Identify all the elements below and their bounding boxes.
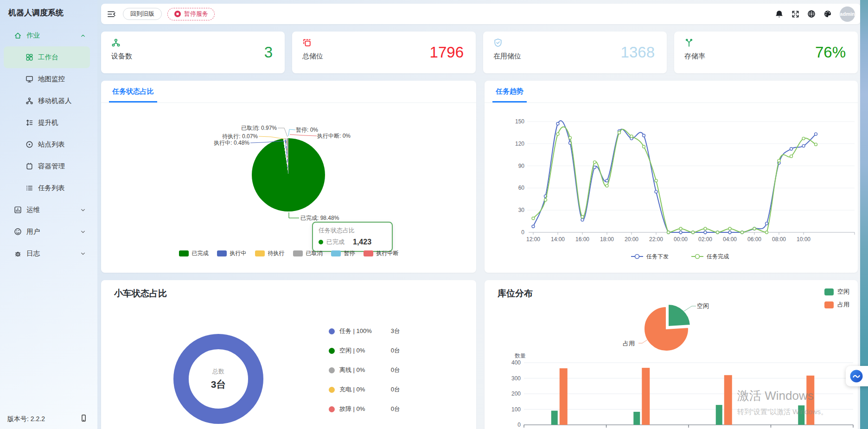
legend-item-1[interactable]: 执行中 <box>217 250 247 257</box>
legend-count: 0台 <box>391 346 400 355</box>
tab-task-trend[interactable]: 任务趋势 <box>492 87 527 102</box>
legend-label: 执行中 <box>230 250 247 257</box>
svg-text:100: 100 <box>511 406 521 413</box>
sidebar-item-label: 移动机器人 <box>38 96 72 105</box>
version-label: 版本号: 2.2.2 <box>7 415 45 423</box>
cart-legend-item-3[interactable]: 充电 | 0%0台 <box>329 386 400 393</box>
sidebar-item-log[interactable]: 日志 <box>0 243 97 264</box>
app-root: 机器人调度系统 作业工作台地图监控移动机器人提升机站点列表容器管理任务列表运维用… <box>0 0 868 429</box>
svg-text:60: 60 <box>518 185 525 191</box>
sidebar-item-map-monitor[interactable]: 地图监控 <box>0 68 97 90</box>
fullscreen-icon[interactable] <box>791 10 799 18</box>
stat-card-used-slots: 在用储位1368 <box>483 32 667 73</box>
task-status-pie[interactable] <box>252 138 325 211</box>
lift-icon <box>26 119 33 127</box>
version-bar: 版本号: 2.2.2 <box>7 415 91 423</box>
svg-text:数量: 数量 <box>515 352 526 359</box>
brand-logo-icon <box>849 369 863 383</box>
chart-tooltip: 任务状态占比 已完成 1,423 <box>312 222 393 252</box>
sidebar-item-label: 运维 <box>26 205 40 214</box>
task-status-card: 任务状态占比 已取消: 0.97% 暂停: 0% 待执行: 0.07% 执行中断… <box>101 81 476 273</box>
floating-assistant-button[interactable] <box>846 366 868 386</box>
sidebar-item-container-manage[interactable]: 容器管理 <box>0 155 97 177</box>
svg-text:20:00: 20:00 <box>625 236 638 243</box>
legend-item-5[interactable]: 执行中断 <box>364 250 399 257</box>
theme-palette-icon[interactable] <box>823 10 832 18</box>
svg-text:14:00: 14:00 <box>551 236 565 243</box>
collapse-menu-icon[interactable] <box>107 10 115 19</box>
stat-label: 设备数 <box>111 52 132 61</box>
task-trend-tabs: 任务趋势 <box>485 81 858 103</box>
legend-item-4[interactable]: 暂停 <box>331 250 355 257</box>
task-status-tabs: 任务状态占比 <box>101 81 476 103</box>
tooltip-series-value: 1,423 <box>353 238 371 246</box>
sidebar-item-station-list[interactable]: 站点列表 <box>0 134 97 155</box>
stat-label: 总储位 <box>302 52 323 61</box>
task-trend-card: 任务趋势 030609012015012:0014:0016:0018:0020… <box>485 81 858 273</box>
monitor-icon <box>26 75 33 83</box>
sidebar-item-ops[interactable]: 运维 <box>0 199 97 221</box>
stat-value: 1796 <box>430 44 464 61</box>
legend-label: 暂停 <box>344 250 355 257</box>
pie-label-completed: 已完成: 98.48% <box>300 215 339 221</box>
back-to-old-button[interactable]: 回到旧版 <box>123 8 162 20</box>
legend-item-0[interactable]: 已完成 <box>179 250 209 257</box>
sidebar-item-label: 站点列表 <box>38 140 65 149</box>
svg-text:10:00: 10:00 <box>797 236 811 243</box>
legend-item-2[interactable]: 待执行 <box>255 250 285 257</box>
tab-task-status[interactable]: 任务状态占比 <box>109 87 157 102</box>
svg-text:06:00: 06:00 <box>747 236 761 243</box>
pie-label-running: 执行中: 0.48% <box>214 140 249 146</box>
legend-label: 故障 | 0% <box>339 405 365 413</box>
log-icon <box>14 250 22 257</box>
notification-bell-icon[interactable] <box>775 10 784 19</box>
legend-dot <box>329 406 335 412</box>
legend-count: 0台 <box>391 385 400 394</box>
legend-count: 0台 <box>391 405 400 413</box>
svg-text:00:00: 00:00 <box>674 236 688 243</box>
cart-legend-item-1[interactable]: 空闲 | 0%0台 <box>329 347 400 354</box>
legend-item-3[interactable]: 已取消 <box>293 250 323 257</box>
legend-count: 3台 <box>391 327 400 335</box>
cart-status-title: 小车状态占比 <box>101 280 476 300</box>
sidebar-item-mobile-robot[interactable]: 移动机器人 <box>0 90 97 112</box>
cart-legend-item-2[interactable]: 离线 | 0%0台 <box>329 367 400 373</box>
mobile-phone-icon[interactable] <box>80 414 88 423</box>
sidebar-item-label: 工作台 <box>38 53 58 62</box>
stat-card-device-count: 设备数3 <box>101 32 285 73</box>
cart-status-legend: 任务 | 100%3台空闲 | 0%0台离线 | 0%0台充电 | 0%0台故障… <box>329 328 400 425</box>
sidebar-item-workbench[interactable]: 工作台 <box>4 46 90 68</box>
tooltip-series-name: 已完成 <box>326 238 345 246</box>
legend-label: 任务 | 100% <box>339 327 372 335</box>
stat-card-storage-rate: 存储率76% <box>674 32 858 73</box>
pause-service-button[interactable]: 暂停服务 <box>167 8 215 20</box>
legend-dot <box>329 387 335 393</box>
sidebar-item-jobs[interactable]: 作业 <box>0 25 97 46</box>
language-globe-icon[interactable] <box>807 10 816 18</box>
svg-text:04:00: 04:00 <box>723 236 737 243</box>
cart-status-donut[interactable] <box>173 334 263 424</box>
sidebar-item-label: 用户 <box>26 227 40 236</box>
svg-text:任务下发: 任务下发 <box>646 253 669 260</box>
svg-text:0: 0 <box>521 229 524 236</box>
mini-pie-label-free: 空闲 <box>697 302 709 310</box>
legend-swatch <box>331 250 341 256</box>
svg-text:任务完成: 任务完成 <box>706 253 729 260</box>
svg-text:150: 150 <box>515 118 524 125</box>
svg-text:90: 90 <box>518 163 525 169</box>
sidebar-item-lifter[interactable]: 提升机 <box>0 112 97 134</box>
tooltip-title: 任务状态占比 <box>319 226 386 235</box>
task-trend-chart[interactable]: 030609012015012:0014:0016:0018:0020:0022… <box>485 108 858 271</box>
avatar[interactable]: admin <box>840 6 855 22</box>
stat-label: 在用储位 <box>493 52 521 61</box>
legend-swatch <box>179 250 189 256</box>
slot-distribution-chart[interactable]: 0100200300400数量 <box>485 280 858 429</box>
cart-legend-item-4[interactable]: 故障 | 0%0台 <box>329 406 400 412</box>
sidebar-menu: 作业工作台地图监控移动机器人提升机站点列表容器管理任务列表运维用户日志 <box>0 25 97 264</box>
sidebar-item-user[interactable]: 用户 <box>0 221 97 243</box>
pie-label-interrupted: 执行中断: 0% <box>317 133 351 139</box>
right-scrollbar[interactable] <box>860 0 868 429</box>
sidebar-item-task-list[interactable]: 任务列表 <box>0 177 97 199</box>
cart-legend-item-0[interactable]: 任务 | 100%3台 <box>329 328 400 334</box>
svg-text:22:00: 22:00 <box>649 236 663 243</box>
